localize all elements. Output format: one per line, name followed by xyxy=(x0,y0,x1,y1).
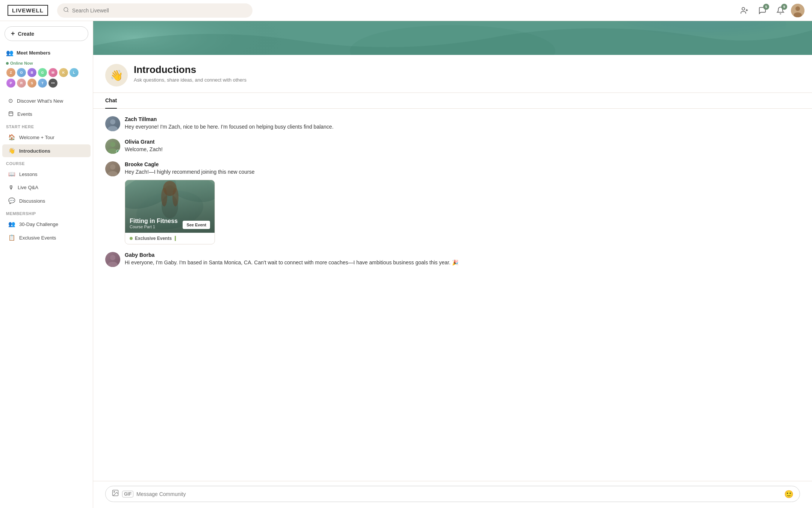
notifications-button[interactable]: 9 xyxy=(773,3,788,18)
card-title-area: Fitting in Fitness Course Part 1 xyxy=(130,217,178,229)
sidebar-item-exclusive[interactable]: 📋 Exclusive Events xyxy=(2,231,91,244)
svg-point-31 xyxy=(108,262,118,267)
sidebar-item-challenge[interactable]: 👥 30-Day Challenge xyxy=(2,218,91,230)
svg-point-18 xyxy=(108,149,118,154)
sidebar-item-discussions[interactable]: 💬 Discussions xyxy=(2,194,91,207)
svg-point-15 xyxy=(110,119,115,124)
svg-point-17 xyxy=(110,142,115,147)
message-4-avatar xyxy=(105,252,120,267)
channel-avatar: 👋 xyxy=(105,64,128,86)
create-button[interactable]: + Create xyxy=(5,26,88,41)
online-more-icon: ••• xyxy=(48,78,58,88)
svg-point-1 xyxy=(742,7,745,10)
liveqa-label: Live Q&A xyxy=(18,185,38,190)
online-dot xyxy=(6,62,9,65)
section-label-start-here: Start Here xyxy=(0,121,93,130)
online-avatar: S xyxy=(27,78,37,88)
search-icon xyxy=(63,7,69,14)
add-member-icon xyxy=(740,6,748,15)
lessons-icon: 📖 xyxy=(8,171,15,177)
online-avatar: K xyxy=(59,68,68,77)
sidebar-item-meet-members[interactable]: 👥 Meet Members xyxy=(0,46,93,59)
message-3-avatar xyxy=(105,161,120,176)
online-label: Online Now xyxy=(6,61,87,65)
chat-badge: 5 xyxy=(763,4,769,10)
svg-point-33 xyxy=(114,491,115,493)
discussions-label: Discussions xyxy=(19,198,45,204)
sidebar-item-events[interactable]: Events xyxy=(2,108,91,120)
message-2-text: Welcome, Zach! xyxy=(125,146,800,153)
svg-point-19 xyxy=(110,164,115,170)
message-3-text: Hey Zach!—I highly recommend joining thi… xyxy=(125,168,800,176)
search-bar[interactable] xyxy=(57,3,253,18)
gif-button[interactable]: GIF xyxy=(122,491,133,497)
card-image: Fitting in Fitness Course Part 1 See Eve… xyxy=(125,180,215,233)
online-avatar: L xyxy=(69,68,79,77)
welcome-label: Welcome + Tour xyxy=(19,135,54,140)
chat-area: Zach Tillman Hey everyone! I'm Zach, nic… xyxy=(93,109,812,481)
message-4-content: Gaby Borba Hi everyone, I'm Gaby. I'm ba… xyxy=(125,252,800,267)
message-4: Gaby Borba Hi everyone, I'm Gaby. I'm ba… xyxy=(105,252,800,267)
message-4-text: Hi everyone, I'm Gaby. I'm based in Sant… xyxy=(125,259,800,267)
liveqa-icon: 🎙 xyxy=(8,184,14,191)
people-icon: 👥 xyxy=(6,49,14,56)
sidebar-item-lessons[interactable]: 📖 Lessons xyxy=(2,168,91,180)
message-4-author: Gaby Borba xyxy=(125,252,800,258)
sidebar-item-discover[interactable]: ⊙ Discover What's New xyxy=(2,94,91,107)
online-avatar: P xyxy=(6,78,16,88)
message-3: Brooke Cagle Hey Zach!—I highly recommen… xyxy=(105,161,800,244)
svg-point-20 xyxy=(108,171,118,176)
sidebar-item-liveqa[interactable]: 🎙 Live Q&A xyxy=(2,181,91,194)
challenge-icon: 👥 xyxy=(8,221,15,227)
sidebar-item-introductions[interactable]: 👋 Introductions xyxy=(2,144,91,157)
add-member-button[interactable] xyxy=(737,3,752,18)
message-2: Olivia Grant Welcome, Zach! xyxy=(105,139,800,154)
image-upload-icon[interactable] xyxy=(112,489,119,499)
online-avatars: Z O B G M K L P R S T ••• xyxy=(6,68,87,88)
message-input[interactable] xyxy=(136,491,781,497)
channel-tabs: Chat xyxy=(93,93,812,109)
message-input-box: GIF 🙂 xyxy=(105,486,800,502)
exclusive-label: Exclusive Events xyxy=(19,235,56,241)
tab-chat[interactable]: Chat xyxy=(105,93,117,109)
banner-pattern xyxy=(93,21,812,55)
course-card: Fitting in Fitness Course Part 1 See Eve… xyxy=(125,180,215,244)
topnav: LIVEWELL 5 9 xyxy=(0,0,812,21)
channel-header: 👋 Introductions Ask questions, share ide… xyxy=(93,55,812,93)
introductions-label: Introductions xyxy=(19,148,50,154)
online-avatar: R xyxy=(17,78,26,88)
emoji-button[interactable]: 🙂 xyxy=(784,490,794,499)
create-label: Create xyxy=(18,31,35,37)
user-avatar[interactable] xyxy=(791,4,804,17)
channel-description: Ask questions, share ideas, and connect … xyxy=(134,77,800,83)
tag-dot xyxy=(130,237,133,240)
message-1-avatar xyxy=(105,116,120,131)
see-event-button[interactable]: See Event xyxy=(183,221,210,229)
card-image-content: Fitting in Fitness Course Part 1 See Eve… xyxy=(125,214,215,233)
message-2-avatar xyxy=(105,139,120,154)
sidebar: + Create 👥 Meet Members Online Now Z O B… xyxy=(0,21,93,508)
meet-members-label: Meet Members xyxy=(17,50,50,56)
lessons-label: Lessons xyxy=(19,171,37,177)
svg-point-5 xyxy=(795,6,800,11)
channel-info: Introductions Ask questions, share ideas… xyxy=(134,64,800,83)
events-icon xyxy=(8,111,14,117)
message-3-content: Brooke Cagle Hey Zach!—I highly recommen… xyxy=(125,161,800,244)
discover-icon: ⊙ xyxy=(8,97,13,104)
discussions-icon: 💬 xyxy=(8,197,15,204)
online-avatar: O xyxy=(17,68,26,77)
message-input-area: GIF 🙂 xyxy=(93,481,812,508)
online-avatar: B xyxy=(27,68,37,77)
main-content: 👋 Introductions Ask questions, share ide… xyxy=(93,21,812,508)
message-1-content: Zach Tillman Hey everyone! I'm Zach, nic… xyxy=(125,116,800,131)
chat-button[interactable]: 5 xyxy=(755,3,770,18)
message-1-author: Zach Tillman xyxy=(125,116,800,122)
search-input[interactable] xyxy=(72,8,246,14)
challenge-label: 30-Day Challenge xyxy=(19,221,58,227)
sidebar-meet-section: 👥 Meet Members Online Now Z O B G M K L … xyxy=(0,45,93,94)
logo: LIVEWELL xyxy=(8,5,48,16)
tag-bar xyxy=(175,236,176,241)
card-tag: Exclusive Events xyxy=(125,233,215,244)
svg-point-0 xyxy=(64,8,68,12)
sidebar-item-welcome[interactable]: 🏠 Welcome + Tour xyxy=(2,131,91,144)
